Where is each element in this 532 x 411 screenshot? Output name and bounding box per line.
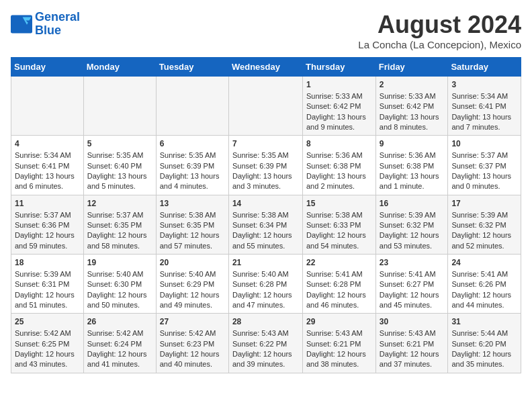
header-day: Sunday xyxy=(11,58,84,77)
calendar-week-row: 1Sunrise: 5:33 AM Sunset: 6:42 PM Daylig… xyxy=(11,77,521,136)
day-number: 2 xyxy=(380,79,445,91)
day-number: 13 xyxy=(160,198,225,210)
day-number: 9 xyxy=(380,138,445,150)
calendar-body: 1Sunrise: 5:33 AM Sunset: 6:42 PM Daylig… xyxy=(11,77,521,373)
calendar-cell: 15Sunrise: 5:38 AM Sunset: 6:33 PM Dayli… xyxy=(303,195,376,254)
day-number: 26 xyxy=(87,316,152,328)
calendar-cell xyxy=(83,77,156,136)
day-number: 31 xyxy=(451,316,517,328)
calendar-cell: 7Sunrise: 5:35 AM Sunset: 6:39 PM Daylig… xyxy=(228,136,302,195)
calendar-cell: 27Sunrise: 5:42 AM Sunset: 6:23 PM Dayli… xyxy=(156,314,228,373)
header-row: SundayMondayTuesdayWednesdayThursdayFrid… xyxy=(11,58,521,77)
calendar-cell: 14Sunrise: 5:38 AM Sunset: 6:34 PM Dayli… xyxy=(228,195,302,254)
calendar-cell: 5Sunrise: 5:35 AM Sunset: 6:40 PM Daylig… xyxy=(83,136,156,195)
day-number: 12 xyxy=(87,198,152,210)
calendar-cell: 28Sunrise: 5:43 AM Sunset: 6:22 PM Dayli… xyxy=(228,314,302,373)
calendar-cell: 8Sunrise: 5:36 AM Sunset: 6:38 PM Daylig… xyxy=(303,136,376,195)
header-day: Thursday xyxy=(303,58,376,77)
day-number: 7 xyxy=(232,138,299,150)
day-number: 5 xyxy=(87,138,152,150)
day-number: 18 xyxy=(15,257,80,269)
day-number: 17 xyxy=(451,198,517,210)
day-number: 24 xyxy=(451,257,517,269)
calendar-cell: 30Sunrise: 5:43 AM Sunset: 6:21 PM Dayli… xyxy=(375,314,448,373)
header-day: Friday xyxy=(375,58,448,77)
calendar-cell: 12Sunrise: 5:37 AM Sunset: 6:35 PM Dayli… xyxy=(83,195,156,254)
title-block: August 2024 La Concha (La Concepcion), M… xyxy=(358,11,521,50)
calendar-cell: 29Sunrise: 5:43 AM Sunset: 6:21 PM Dayli… xyxy=(303,314,376,373)
calendar-cell: 16Sunrise: 5:39 AM Sunset: 6:32 PM Dayli… xyxy=(375,195,448,254)
header-day: Wednesday xyxy=(228,58,302,77)
day-number: 14 xyxy=(232,198,299,210)
logo: General Blue xyxy=(11,11,80,38)
calendar-cell: 26Sunrise: 5:42 AM Sunset: 6:24 PM Dayli… xyxy=(83,314,156,373)
calendar-week-row: 18Sunrise: 5:39 AM Sunset: 6:31 PM Dayli… xyxy=(11,255,521,314)
month-title: August 2024 xyxy=(358,11,521,39)
day-number: 11 xyxy=(15,198,80,210)
calendar-week-row: 25Sunrise: 5:42 AM Sunset: 6:25 PM Dayli… xyxy=(11,314,521,373)
calendar-cell: 20Sunrise: 5:40 AM Sunset: 6:29 PM Dayli… xyxy=(156,255,228,314)
calendar-cell: 11Sunrise: 5:37 AM Sunset: 6:36 PM Dayli… xyxy=(11,195,84,254)
calendar-cell xyxy=(11,77,84,136)
calendar-cell xyxy=(156,77,228,136)
calendar-header: SundayMondayTuesdayWednesdayThursdayFrid… xyxy=(11,58,521,77)
calendar-cell: 2Sunrise: 5:33 AM Sunset: 6:42 PM Daylig… xyxy=(375,77,448,136)
calendar-cell: 17Sunrise: 5:39 AM Sunset: 6:32 PM Dayli… xyxy=(448,195,521,254)
calendar-cell: 25Sunrise: 5:42 AM Sunset: 6:25 PM Dayli… xyxy=(11,314,84,373)
day-number: 30 xyxy=(380,316,445,328)
day-number: 25 xyxy=(15,316,80,328)
day-number: 1 xyxy=(306,79,372,91)
day-number: 10 xyxy=(451,138,517,150)
calendar-cell: 6Sunrise: 5:35 AM Sunset: 6:39 PM Daylig… xyxy=(156,136,228,195)
calendar-cell: 4Sunrise: 5:34 AM Sunset: 6:41 PM Daylig… xyxy=(11,136,84,195)
logo-icon xyxy=(11,15,32,34)
calendar-cell: 31Sunrise: 5:44 AM Sunset: 6:20 PM Dayli… xyxy=(448,314,521,373)
header-day: Tuesday xyxy=(156,58,228,77)
day-number: 27 xyxy=(160,316,225,328)
header-day: Saturday xyxy=(448,58,521,77)
calendar-week-row: 4Sunrise: 5:34 AM Sunset: 6:41 PM Daylig… xyxy=(11,136,521,195)
calendar-cell: 19Sunrise: 5:40 AM Sunset: 6:30 PM Dayli… xyxy=(83,255,156,314)
day-number: 4 xyxy=(15,138,80,150)
day-number: 8 xyxy=(306,138,372,150)
page-header: General Blue August 2024 La Concha (La C… xyxy=(11,11,521,50)
calendar-cell: 18Sunrise: 5:39 AM Sunset: 6:31 PM Dayli… xyxy=(11,255,84,314)
logo-line2: Blue xyxy=(35,24,61,37)
day-number: 19 xyxy=(87,257,152,269)
logo-text: General Blue xyxy=(35,11,80,38)
calendar-cell: 3Sunrise: 5:34 AM Sunset: 6:41 PM Daylig… xyxy=(448,77,521,136)
day-number: 29 xyxy=(306,316,372,328)
calendar-table: SundayMondayTuesdayWednesdayThursdayFrid… xyxy=(11,57,521,373)
day-number: 22 xyxy=(306,257,372,269)
logo-line1: General xyxy=(35,10,80,24)
calendar-cell: 24Sunrise: 5:41 AM Sunset: 6:26 PM Dayli… xyxy=(448,255,521,314)
day-number: 15 xyxy=(306,198,372,210)
header-day: Monday xyxy=(83,58,156,77)
day-number: 20 xyxy=(160,257,225,269)
location: La Concha (La Concepcion), Mexico xyxy=(358,39,521,50)
day-number: 23 xyxy=(380,257,445,269)
calendar-cell: 13Sunrise: 5:38 AM Sunset: 6:35 PM Dayli… xyxy=(156,195,228,254)
calendar-week-row: 11Sunrise: 5:37 AM Sunset: 6:36 PM Dayli… xyxy=(11,195,521,254)
calendar-cell: 21Sunrise: 5:40 AM Sunset: 6:28 PM Dayli… xyxy=(228,255,302,314)
calendar-cell: 23Sunrise: 5:41 AM Sunset: 6:27 PM Dayli… xyxy=(375,255,448,314)
day-number: 3 xyxy=(451,79,517,91)
calendar-cell: 10Sunrise: 5:37 AM Sunset: 6:37 PM Dayli… xyxy=(448,136,521,195)
calendar-cell: 9Sunrise: 5:36 AM Sunset: 6:38 PM Daylig… xyxy=(375,136,448,195)
calendar-cell: 1Sunrise: 5:33 AM Sunset: 6:42 PM Daylig… xyxy=(303,77,376,136)
calendar-cell: 22Sunrise: 5:41 AM Sunset: 6:28 PM Dayli… xyxy=(303,255,376,314)
day-number: 6 xyxy=(160,138,225,150)
calendar-cell xyxy=(228,77,302,136)
day-number: 28 xyxy=(232,316,299,328)
day-number: 21 xyxy=(232,257,299,269)
day-number: 16 xyxy=(380,198,445,210)
